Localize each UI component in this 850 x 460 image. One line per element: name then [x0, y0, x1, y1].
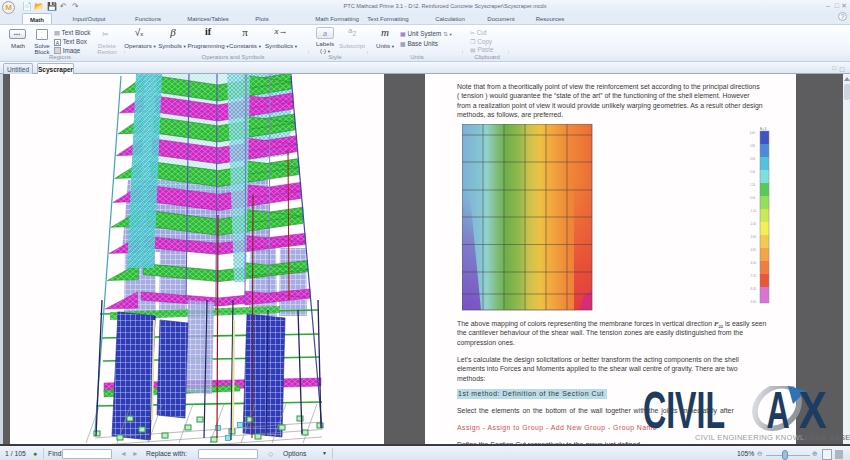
svg-text:-8.40: -8.40 — [750, 287, 756, 291]
svg-text:0.00: 0.00 — [750, 196, 756, 200]
svg-text:-2.40: -2.40 — [750, 222, 756, 226]
svg-text:-1.20: -1.20 — [750, 209, 756, 213]
svg-text:-9.60: -9.60 — [750, 300, 756, 304]
svg-text:3.60: 3.60 — [750, 157, 756, 161]
svg-text:CIVIL ENGINEERING KNOWLEDGE BA: CIVIL ENGINEERING KNOWLEDGE BASE — [695, 433, 850, 442]
svg-text:-6.00: -6.00 — [750, 261, 756, 265]
svg-text:CIVIL: CIVIL — [643, 386, 725, 439]
svg-text:4.80: 4.80 — [750, 144, 756, 148]
svg-text:-7.20: -7.20 — [750, 274, 756, 278]
svg-text:6.00: 6.00 — [750, 131, 756, 135]
svg-text:X: X — [799, 386, 827, 439]
svg-text:-4.80: -4.80 — [750, 248, 756, 252]
svg-text:E+3: E+3 — [760, 127, 766, 131]
svg-text:1.20: 1.20 — [750, 183, 756, 187]
svg-text:2.40: 2.40 — [750, 170, 756, 174]
svg-text:-3.60: -3.60 — [750, 235, 756, 239]
svg-text:A: A — [766, 386, 789, 439]
